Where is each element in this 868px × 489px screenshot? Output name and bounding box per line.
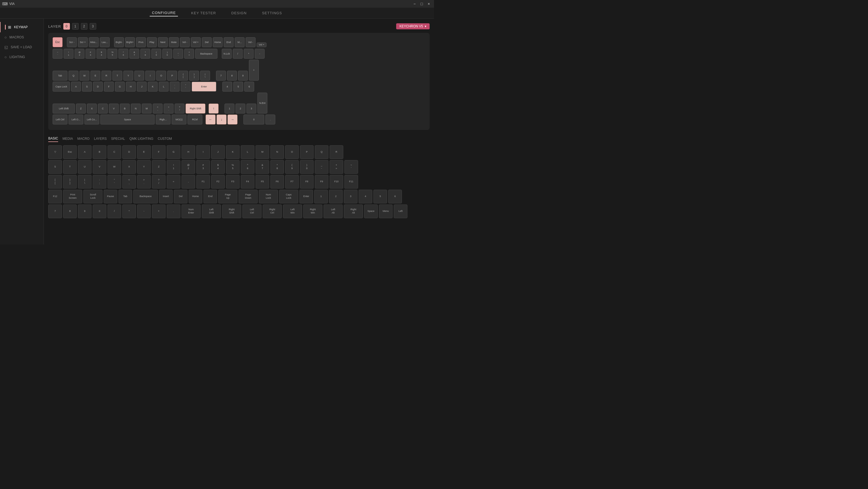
key-enter[interactable]: Enter (192, 82, 216, 92)
palette-key-gt[interactable]: >. (137, 175, 151, 189)
palette-key-space[interactable]: Space (364, 204, 378, 218)
key-t[interactable]: T (113, 71, 122, 80)
palette-key-f2[interactable]: F2 (211, 175, 225, 189)
palette-key-amp7[interactable]: &7 (255, 160, 269, 174)
palette-key-l[interactable]: L (241, 145, 254, 159)
key-4[interactable]: $4 (96, 49, 106, 59)
key-mute[interactable]: Mute (169, 37, 179, 47)
palette-key-g[interactable]: G (167, 145, 180, 159)
key-mo1[interactable]: MO(1) (172, 115, 186, 125)
palette-key-left-ctrl[interactable]: LeftCtrl (242, 204, 261, 218)
key-down[interactable]: ↓ (217, 115, 226, 125)
key-e[interactable]: E (91, 71, 100, 80)
key-5[interactable]: %5 (107, 49, 117, 59)
palette-key-empty[interactable]: ▽ (48, 145, 62, 159)
key-prev[interactable]: Prvs (136, 37, 146, 47)
palette-key-r[interactable]: R (330, 145, 343, 159)
palette-key-e[interactable]: E (137, 145, 151, 159)
layer-2-button[interactable]: 2 (81, 23, 88, 30)
palette-key-at2[interactable]: @2 (182, 160, 195, 174)
key-6[interactable]: ^6 (118, 49, 128, 59)
palette-key-esc[interactable]: Esc (63, 145, 77, 159)
palette-key-f8[interactable]: F8 (300, 175, 314, 189)
palette-key-f9[interactable]: F9 (315, 175, 329, 189)
key-left-ctrl[interactable]: Left Ctrl (53, 115, 67, 125)
nav-design[interactable]: DESIGN (229, 10, 249, 16)
key-left-shift[interactable]: Left Shift (53, 104, 75, 113)
key-num-star[interactable]: * (244, 49, 254, 59)
palette-key-f1[interactable]: F1 (196, 175, 210, 189)
key-rbracket[interactable]: }] (189, 71, 199, 80)
key-end-fn[interactable]: End (224, 37, 234, 47)
palette-cat-layers[interactable]: LAYERS (94, 136, 107, 142)
close-button[interactable]: × (426, 1, 432, 7)
key-s[interactable]: S (82, 82, 92, 92)
key-9[interactable]: (9 (151, 49, 161, 59)
palette-cat-macro[interactable]: MACRO (77, 136, 90, 142)
key-right[interactable]: → (227, 115, 238, 125)
key-v[interactable]: V (109, 104, 119, 113)
palette-key-5[interactable]: 5 (373, 190, 387, 203)
key-left[interactable]: ← (206, 115, 216, 125)
palette-key-z[interactable]: Z (152, 160, 165, 174)
key-num7[interactable]: 7 (216, 71, 226, 80)
key-num6[interactable]: 6 (244, 82, 254, 92)
key-mission[interactable]: Miss... (89, 37, 99, 47)
palette-key-equals[interactable]: = (167, 175, 180, 189)
key-home-fn[interactable]: Home (213, 37, 223, 47)
key-m-fn[interactable]: M... (235, 37, 245, 47)
nav-configure[interactable]: CONFIGURE (150, 9, 178, 17)
key-p[interactable]: P (167, 71, 177, 80)
key-o[interactable]: O (156, 71, 166, 80)
palette-key-right-ctrl[interactable]: RightCtrl (262, 204, 282, 218)
palette-key-lbr[interactable]: [[ (48, 175, 62, 189)
key-period[interactable]: >. (164, 104, 174, 113)
key-num9[interactable]: 9 (238, 71, 248, 80)
key-capslock[interactable]: Caps Lock (53, 82, 70, 92)
palette-key-minus2[interactable]: - (137, 204, 151, 218)
key-num1[interactable]: 1 (224, 104, 235, 113)
key-esc[interactable]: Esc (53, 37, 63, 47)
palette-key-backspace[interactable]: Backspace (133, 190, 158, 203)
palette-key-qmark[interactable]: ?/ (152, 175, 165, 189)
palette-key-k[interactable]: K (226, 145, 240, 159)
key-equals[interactable]: += (184, 49, 194, 59)
palette-key-f12[interactable]: F12 (48, 190, 62, 203)
palette-key-comma2[interactable]: , (182, 175, 195, 189)
key-vol-minus2[interactable]: Vol - (246, 37, 255, 47)
key-num-minus[interactable]: - (255, 49, 265, 59)
key-play[interactable]: Play (147, 37, 157, 47)
key-left-co[interactable]: Left Co... (85, 115, 99, 125)
key-i[interactable]: I (145, 71, 155, 80)
nav-settings[interactable]: SETTINGS (260, 10, 284, 16)
palette-cat-custom[interactable]: CUSTOM (158, 136, 172, 142)
key-next[interactable]: Next (158, 37, 168, 47)
palette-cat-qmk-lighting[interactable]: QMK LIGHTING (129, 136, 153, 142)
palette-key-b[interactable]: B (93, 145, 106, 159)
palette-key-f[interactable]: F (152, 145, 165, 159)
palette-key-p[interactable]: P (300, 145, 314, 159)
palette-key-dquote[interactable]: "' (107, 175, 121, 189)
palette-key-div[interactable]: / (107, 204, 121, 218)
palette-key-left-shift[interactable]: LeftShift (202, 204, 221, 218)
palette-key-3[interactable]: 3 (344, 190, 358, 203)
palette-key-q[interactable]: Q (315, 145, 329, 159)
key-b[interactable]: B (120, 104, 130, 113)
palette-key-f10[interactable]: F10 (330, 175, 343, 189)
palette-key-num-lock[interactable]: NumLock (259, 190, 278, 203)
palette-key-y[interactable]: Y (137, 160, 151, 174)
palette-key-num-enter[interactable]: NumEnter (182, 204, 201, 218)
key-l[interactable]: L (159, 82, 168, 92)
palette-key-2[interactable]: 2 (329, 190, 343, 203)
key-launch[interactable]: Lau... (100, 37, 110, 47)
key-scr-plus[interactable]: Scr + (78, 37, 88, 47)
key-x[interactable]: X (87, 104, 97, 113)
key-num2[interactable]: 2 (236, 104, 245, 113)
maximize-button[interactable]: □ (418, 1, 425, 7)
palette-key-end[interactable]: End (204, 190, 217, 203)
key-num3[interactable]: 3 (246, 104, 256, 113)
key-lbracket[interactable]: {[ (178, 71, 188, 80)
palette-key-right-shift[interactable]: RightShift (222, 204, 241, 218)
palette-key-t[interactable]: T (63, 160, 77, 174)
key-1[interactable]: !1 (64, 49, 73, 59)
